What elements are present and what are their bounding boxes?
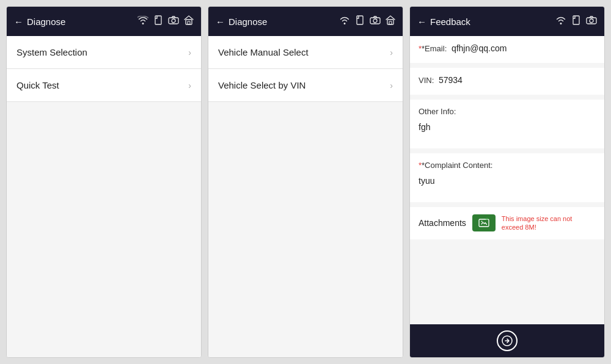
svg-point-12 <box>590 19 593 23</box>
menu-item-label: System Selection <box>16 47 87 57</box>
sd-card-icon <box>571 15 581 27</box>
form-field-other-info: Other Info: fgh <box>410 100 604 148</box>
vin-label-text: VIN: <box>419 76 434 85</box>
header-back-diagnose-right[interactable]: ← Diagnose <box>216 16 267 27</box>
sd-card-icon <box>153 15 163 27</box>
attachments-row: Attachments This image size can not exce… <box>410 207 604 239</box>
camera-icon <box>586 16 597 27</box>
menu-item-vehicle-select-vin[interactable]: Vehicle Select by VIN › <box>208 69 403 102</box>
menu-item-label: Quick Test <box>16 80 59 90</box>
header-icons-feedback <box>555 15 597 27</box>
menu-item-system-selection[interactable]: System Selection › <box>7 36 201 69</box>
vin-label: VIN: 57934 <box>419 75 596 85</box>
camera-icon <box>370 16 381 27</box>
chevron-right-icon: › <box>390 81 393 90</box>
form-field-complaint: **Complaint Content: tyuu <box>410 153 604 202</box>
feedback-form: **Email: qfhjn@qq.com VIN: 57934 Other I… <box>410 36 604 324</box>
header-title-diagnose-right: Diagnose <box>229 16 267 27</box>
menu-item-quick-test[interactable]: Quick Test › <box>7 69 201 102</box>
chevron-right-icon: › <box>188 81 191 90</box>
header-title-diagnose-left: Diagnose <box>27 16 65 27</box>
panel-feedback: ← Feedback <box>409 6 605 358</box>
form-field-vin: VIN: 57934 <box>410 68 604 95</box>
feedback-footer <box>410 324 604 357</box>
panel-diagnose-left: ← Diagnose <box>6 6 202 358</box>
svg-rect-10 <box>573 16 579 24</box>
wifi-icon <box>339 16 350 27</box>
header-diagnose-right: ← Diagnose <box>208 7 403 36</box>
email-label-text: *Email: <box>422 44 447 53</box>
other-info-label: Other Info: <box>419 107 596 116</box>
other-info-label-text: Other Info: <box>419 107 456 116</box>
attach-note: This image size can not exceed 8M! <box>502 214 575 232</box>
header-back-diagnose-left[interactable]: ← Diagnose <box>14 16 65 27</box>
email-value: qfhjn@qq.com <box>452 43 507 53</box>
attachments-label: Attachments <box>419 218 466 228</box>
attach-button[interactable] <box>472 214 496 231</box>
header-title-feedback: Feedback <box>430 16 470 27</box>
menu-item-label: Vehicle Manual Select <box>218 47 309 57</box>
wifi-icon <box>555 16 566 27</box>
complaint-value[interactable]: tyuu <box>419 172 596 186</box>
submit-button[interactable] <box>497 330 518 351</box>
svg-rect-5 <box>357 16 363 24</box>
complaint-label: **Complaint Content: <box>419 161 596 170</box>
header-back-feedback[interactable]: ← Feedback <box>417 16 470 27</box>
chevron-right-icon: › <box>390 48 393 57</box>
svg-rect-8 <box>387 20 393 24</box>
chevron-right-icon: › <box>188 48 191 57</box>
svg-point-2 <box>172 19 175 23</box>
panels-container: ← Diagnose <box>0 0 611 364</box>
svg-rect-3 <box>186 20 192 24</box>
header-icons-right <box>339 15 395 27</box>
menu-list-diagnose-left: System Selection › Quick Test › <box>7 36 201 357</box>
back-arrow-icon: ← <box>216 16 225 27</box>
svg-point-7 <box>373 19 377 23</box>
sd-card-icon <box>355 15 365 27</box>
home-icon <box>184 15 194 27</box>
email-label: **Email: qfhjn@qq.com <box>419 43 596 53</box>
complaint-label-text: *Complaint Content: <box>422 161 492 170</box>
menu-list-diagnose-right: Vehicle Manual Select › Vehicle Select b… <box>208 36 403 357</box>
panel-diagnose-right: ← Diagnose <box>208 6 403 358</box>
svg-rect-0 <box>155 16 161 24</box>
header-feedback: ← Feedback <box>410 7 604 36</box>
other-info-value[interactable]: fgh <box>419 118 596 132</box>
svg-rect-9 <box>389 21 392 24</box>
header-diagnose-left: ← Diagnose <box>7 7 201 36</box>
form-field-email: **Email: qfhjn@qq.com <box>410 36 604 63</box>
camera-icon <box>168 16 179 27</box>
vin-value: 57934 <box>439 75 463 85</box>
svg-rect-4 <box>188 21 190 24</box>
svg-point-14 <box>481 221 482 222</box>
wifi-icon <box>137 16 148 27</box>
back-arrow-icon: ← <box>14 16 23 27</box>
header-icons-left <box>137 15 194 27</box>
menu-item-label: Vehicle Select by VIN <box>218 80 306 90</box>
home-icon <box>386 15 395 27</box>
back-arrow-icon: ← <box>417 16 426 27</box>
menu-item-vehicle-manual-select[interactable]: Vehicle Manual Select › <box>208 36 403 69</box>
